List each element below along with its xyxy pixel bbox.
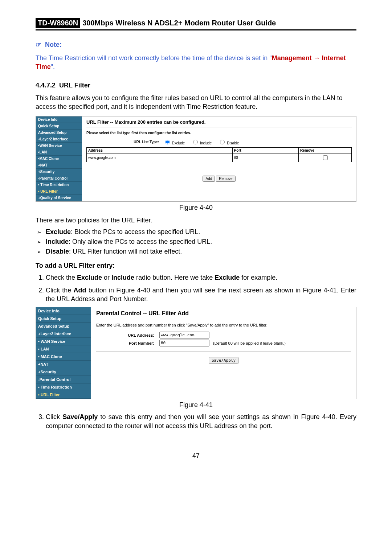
doc-title: 300Mbps Wireless N ADSL2+ Modem Router U… xyxy=(82,19,276,27)
list-type-row: URL List Type: Exclude Include Disable xyxy=(86,139,352,145)
add-button[interactable]: Add xyxy=(203,176,215,182)
list-item: Disable: URL Filter function will not ta… xyxy=(46,248,356,255)
list-item: Include: Only allow the PCs to access th… xyxy=(46,238,356,246)
save-apply-button[interactable]: Save/Apply xyxy=(209,357,238,364)
sidebar-item[interactable]: +Security xyxy=(36,368,91,376)
note-prefix: The Time Restriction will not work corre… xyxy=(36,54,272,62)
col-remove: Remove xyxy=(299,148,352,153)
sidebar-item[interactable]: • LAN xyxy=(36,345,91,353)
divider xyxy=(86,169,352,169)
sidebar-item[interactable]: +Layer2 Interface xyxy=(36,136,82,143)
radio-include[interactable]: Include xyxy=(191,139,212,145)
intro-text: This feature allows you to configure the… xyxy=(36,94,356,111)
list-type-label: URL List Type: xyxy=(86,140,163,144)
url-address-label: URL Address: xyxy=(96,333,159,337)
radio-include-input[interactable] xyxy=(193,140,198,144)
sidebar-item[interactable]: •LAN xyxy=(36,149,82,156)
figure-caption: Figure 4-41 xyxy=(36,401,356,409)
figure-4-40: Device Info Quick Setup Advanced Setup +… xyxy=(36,116,356,202)
col-port: Port xyxy=(232,148,299,153)
page: TD-W8960N 300Mbps Wireless N ADSL2+ Mode… xyxy=(0,0,392,481)
t: Save/Apply xyxy=(62,413,98,420)
t: Click the xyxy=(46,287,73,294)
step-3: Click Save/Apply to save this entry and … xyxy=(46,413,356,430)
t: or xyxy=(102,274,111,281)
note-arrow: → xyxy=(312,54,322,62)
panel-title: URL Filter -- Maximum 200 entries can be… xyxy=(86,119,352,125)
port-hint: (Default 80 will be applied if leave bla… xyxy=(213,341,286,345)
t: for example. xyxy=(240,274,277,281)
figure-4-41: Device Info Quick Setup Advanced Setup +… xyxy=(36,307,356,399)
sidebar-item[interactable]: Advanced Setup xyxy=(36,323,91,330)
radio-label: Disable xyxy=(227,141,239,145)
sidebar-item[interactable]: Advanced Setup xyxy=(36,130,82,136)
sidebar-item[interactable]: -Parental Control xyxy=(36,175,82,182)
sidebar-item[interactable]: Device Info xyxy=(36,307,91,315)
t: Exclude xyxy=(77,274,102,281)
t: radio button. Here we take xyxy=(134,274,215,281)
note-suffix: ". xyxy=(51,63,55,70)
port-number-row: Port Number: (Default 80 will be applied… xyxy=(96,340,351,346)
url-filter-table: Address Port Remove www.google.com 80 xyxy=(86,147,352,162)
cell-address: www.google.com xyxy=(87,153,233,162)
panel-instruction: Please select the list type first then c… xyxy=(86,131,352,135)
panel-instruction: Enter the URL address and port number th… xyxy=(96,323,351,327)
sidebar-item-url-filter[interactable]: • URL Filter xyxy=(36,391,91,399)
url-address-input[interactable] xyxy=(159,332,209,338)
sidebar-item[interactable]: Device Info xyxy=(36,116,82,123)
list-item: Exclude: Block the PCs to access the spe… xyxy=(46,228,356,236)
router-sidebar: Device Info Quick Setup Advanced Setup +… xyxy=(36,307,91,399)
policy-name: Disable xyxy=(46,248,69,255)
sidebar-item[interactable]: • MAC Clone xyxy=(36,353,91,361)
sidebar-item[interactable]: • Time Restriction xyxy=(36,182,82,188)
sidebar-item[interactable]: +NAT xyxy=(36,361,91,368)
port-number-label: Port Number: xyxy=(96,341,159,345)
steps-list-cont: Click Save/Apply to save this entry and … xyxy=(36,413,356,430)
note-mgmt: Management xyxy=(272,54,312,62)
radio-disable-input[interactable] xyxy=(220,140,225,144)
t: button in Figure 4-40 and then you will … xyxy=(46,287,356,303)
t: Add xyxy=(73,287,86,294)
policy-desc: : Block the PCs to access the specified … xyxy=(71,228,200,235)
sidebar-item[interactable]: +Security xyxy=(36,169,82,175)
page-number: 47 xyxy=(36,452,356,460)
header-rule xyxy=(36,29,356,30)
policy-name: Include xyxy=(46,238,69,245)
t: Check the xyxy=(46,274,77,281)
sidebar-item[interactable]: •WAN Service xyxy=(36,143,82,149)
section-title: URL Filter xyxy=(59,82,90,89)
radio-exclude-input[interactable] xyxy=(165,140,170,144)
sidebar-item[interactable]: Quick Setup xyxy=(36,123,82,130)
divider xyxy=(96,352,351,352)
panel-title: Parental Control -- URL Filter Add xyxy=(96,310,351,317)
radio-exclude[interactable]: Exclude xyxy=(163,139,185,145)
sidebar-item[interactable]: +Layer2 Interface xyxy=(36,330,91,338)
radio-label: Exclude xyxy=(172,141,185,145)
pointing-hand-icon: ☞ xyxy=(36,41,41,49)
step-1: Check the Exclude or Include radio butto… xyxy=(46,273,356,282)
policies-list: Exclude: Block the PCs to access the spe… xyxy=(36,228,356,255)
sidebar-item[interactable]: Quick Setup xyxy=(36,315,91,323)
sidebar-item[interactable]: •MAC Clone xyxy=(36,156,82,162)
remove-button[interactable]: Remove xyxy=(216,176,235,182)
sidebar-item[interactable]: • WAN Service xyxy=(36,338,91,345)
note-heading: ☞ Note: xyxy=(36,41,356,49)
model-badge: TD-W8960N xyxy=(36,18,80,28)
doc-header: TD-W8960N 300Mbps Wireless N ADSL2+ Mode… xyxy=(36,18,356,28)
sidebar-item[interactable]: +NAT xyxy=(36,162,82,169)
url-address-row: URL Address: xyxy=(96,332,351,338)
t: Click xyxy=(46,413,62,420)
sidebar-item-url-filter[interactable]: • URL Filter xyxy=(36,188,82,195)
steps-list: Check the Exclude or Include radio butto… xyxy=(36,273,356,303)
sidebar-item[interactable]: -Parental Control xyxy=(36,376,91,383)
radio-disable[interactable]: Disable xyxy=(218,139,239,145)
router-main-panel: Parental Control -- URL Filter Add Enter… xyxy=(91,307,356,399)
button-row: Add Remove xyxy=(86,176,352,182)
sidebar-item[interactable]: • Time Restriction xyxy=(36,383,91,391)
sidebar-item[interactable]: +Quality of Service xyxy=(36,195,82,201)
port-number-input[interactable] xyxy=(159,340,209,346)
section-heading: 4.4.7.2 URL Filter xyxy=(36,82,356,89)
row-remove-checkbox[interactable] xyxy=(323,155,328,160)
router-sidebar: Device Info Quick Setup Advanced Setup +… xyxy=(36,116,82,201)
cell-port: 80 xyxy=(232,153,299,162)
